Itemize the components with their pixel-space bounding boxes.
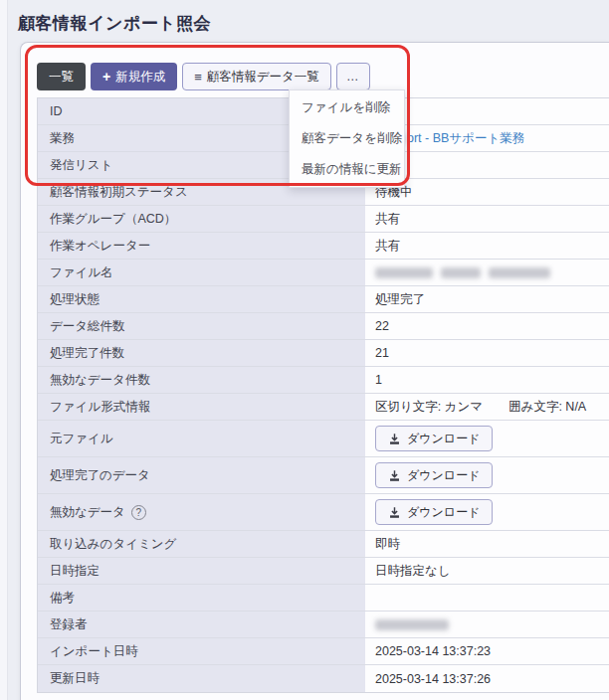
table-row-update-datetime: 更新日時 2025-03-14 13:37:26 [38,665,609,692]
table-row-file-name: ファイル名 [38,260,609,286]
table-row-work-operator: 作業オペレーター 共有 [38,233,609,260]
list-icon: ≡ [194,71,202,84]
row-value: 22 [365,313,609,339]
help-icon[interactable]: ? [131,505,146,520]
table-row-total-count: データ総件数 22 [38,313,609,340]
row-label: データ総件数 [38,313,365,339]
row-value: 日時指定なし [365,558,609,584]
row-label: 日時指定 [38,558,365,584]
table-row-process-status: 処理状態 処理完了 [38,286,609,313]
row-value [365,585,609,611]
row-value [365,260,609,285]
row-value: ダウンロード [365,494,609,530]
create-new-button[interactable]: + 新規作成 [91,63,177,90]
row-label: 作業グループ（ACD） [38,206,365,232]
menu-item-delete-customer-data[interactable]: 顧客データを削除 [290,123,404,154]
page-title: 顧客情報インポート照会 [18,12,211,35]
toolbar: 一覧 + 新規作成 ≡ 顧客情報データ一覧 … [37,63,609,90]
download-button-label: ダウンロード [407,467,480,484]
row-value [365,612,609,637]
row-value: ダウンロード [365,421,609,456]
row-label: 取り込みのタイミング [38,531,365,557]
list-button[interactable]: 一覧 [37,63,86,90]
table-row-completed-count: 処理完了件数 21 [38,340,609,367]
redacted-text [375,267,433,278]
plus-icon: + [102,70,110,84]
row-label: 処理状態 [38,286,365,312]
row-label: 作業オペレーター [38,233,365,259]
table-row-invalid-data: 無効なデータ ? ダウンロード [38,494,609,531]
redacted-text [489,267,550,278]
row-value: 共有 [365,233,609,259]
redacted-text [375,619,449,630]
delimiter-info: 区切り文字: カンマ [375,399,483,416]
table-row-work-group: 作業グループ（ACD） 共有 [38,206,609,233]
menu-item-refresh[interactable]: 最新の情報に更新 [290,154,404,185]
download-button-label: ダウンロード [407,431,480,447]
row-label: 処理完了のデータ [38,457,365,493]
customer-data-list-button[interactable]: ≡ 顧客情報データ一覧 [182,63,331,90]
download-invalid-data-button[interactable]: ダウンロード [375,499,493,525]
page-left-gutter [0,0,8,700]
row-label: 無効なデータ件数 [38,367,365,393]
table-row-file-format: ファイル形式情報 区切り文字: カンマ 囲み文字: N/A [38,394,609,421]
list-button-label: 一覧 [49,69,74,86]
download-icon [388,506,401,519]
ellipsis-icon: … [346,70,361,84]
row-label-text: 無効なデータ [50,504,125,521]
more-actions-menu: ファイルを削除 顧客データを削除 最新の情報に更新 [289,89,405,188]
table-row-datetime-setting: 日時指定 日時指定なし [38,558,609,585]
row-label: インポート日時 [38,638,365,664]
row-value: 1 [365,367,609,393]
table-row-completed-data: 処理完了のデータ ダウンロード [38,457,609,494]
row-label: ファイル形式情報 [38,394,365,420]
download-source-file-button[interactable]: ダウンロード [375,426,493,451]
row-label: ファイル名 [38,260,365,285]
row-value: 2025-03-14 13:37:23 [365,638,609,664]
row-value: 21 [365,340,609,366]
row-label: 処理完了件数 [38,340,365,366]
download-icon [388,433,401,445]
row-label: 元ファイル [38,421,365,456]
menu-item-delete-file[interactable]: ファイルを削除 [290,92,404,123]
row-value: 2025-03-14 13:37:26 [365,665,609,692]
row-value: 即時 [365,531,609,557]
business-link[interactable]: ort - BBサポート業務 [407,130,524,147]
table-row-import-timing: 取り込みのタイミング 即時 [38,531,609,558]
row-value: 区切り文字: カンマ 囲み文字: N/A [365,394,609,420]
more-actions-button[interactable]: … [336,63,371,90]
row-value: 処理完了 [365,286,609,312]
table-row-remarks: 備考 [38,585,609,612]
download-icon [388,469,401,482]
redacted-text [441,267,481,278]
row-label: 備考 [38,585,365,611]
enclosure-info: 囲み文字: N/A [508,399,586,416]
table-row-import-datetime: インポート日時 2025-03-14 13:37:23 [38,638,609,665]
row-label: 登録者 [38,612,365,637]
row-label: 更新日時 [38,665,365,692]
table-row-registrant: 登録者 [38,612,609,638]
download-button-label: ダウンロード [407,504,480,521]
create-new-button-label: 新規作成 [115,69,165,86]
table-row-invalid-count: 無効なデータ件数 1 [38,367,609,394]
row-value: ダウンロード [365,457,609,493]
row-label: 無効なデータ ? [38,494,365,530]
table-row-source-file: 元ファイル ダウンロード [38,421,609,457]
customer-data-list-button-label: 顧客情報データ一覧 [207,69,319,86]
download-completed-data-button[interactable]: ダウンロード [375,462,493,488]
row-value: 共有 [365,206,609,232]
